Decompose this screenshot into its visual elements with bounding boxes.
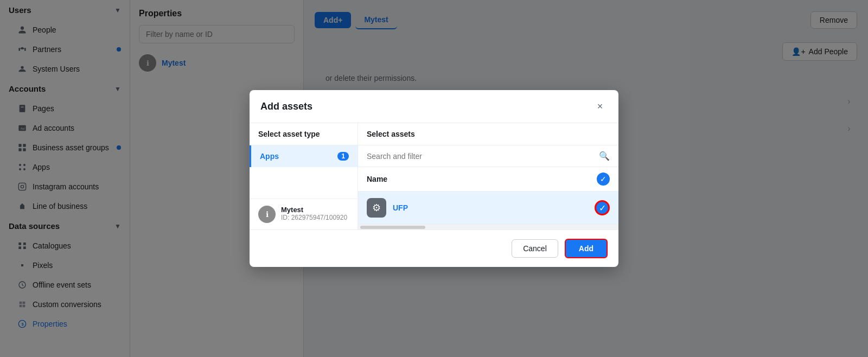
asset-type-panel: Select asset type Apps 1 ℹ Mytest ID: 26… — [250, 123, 358, 229]
modal: Add assets × Select asset type Apps 1 ℹ … — [250, 90, 618, 267]
asset-name-ufp: UFP — [393, 203, 408, 212]
select-assets-panel: Select assets 🔍 Name ✓ ⚙ UFP ✓ — [358, 123, 618, 229]
mytest-card-id: ID: 262975947/100920 — [281, 214, 347, 221]
modal-overlay[interactable]: Add assets × Select asset type Apps 1 ℹ … — [0, 0, 868, 357]
modal-close-button[interactable]: × — [592, 99, 608, 114]
horizontal-scrollbar[interactable] — [358, 224, 618, 229]
mytest-card-icon: ℹ — [258, 206, 276, 223]
asset-type-bottom: ℹ Mytest ID: 262975947/100920 — [250, 199, 358, 229]
scrollbar-thumb — [360, 226, 425, 229]
asset-type-apps-label: Apps — [260, 152, 279, 161]
assets-name-label: Name — [367, 175, 387, 183]
asset-type-apps-badge: 1 — [337, 152, 349, 161]
asset-row-left: ⚙ UFP — [367, 198, 408, 218]
search-filter-input[interactable] — [367, 152, 595, 161]
assets-name-row: Name ✓ — [358, 167, 618, 192]
mytest-card-name: Mytest — [281, 206, 347, 214]
check-all-icon[interactable]: ✓ — [597, 173, 610, 186]
cancel-button[interactable]: Cancel — [512, 239, 558, 258]
search-icon: 🔍 — [599, 151, 610, 161]
search-filter-row: 🔍 — [358, 145, 618, 167]
modal-header: Add assets × — [250, 90, 618, 123]
gear-icon: ⚙ — [367, 198, 386, 218]
mytest-card: ℹ Mytest ID: 262975947/100920 — [258, 206, 349, 223]
modal-body: Select asset type Apps 1 ℹ Mytest ID: 26… — [250, 123, 618, 229]
asset-type-apps[interactable]: Apps 1 — [250, 145, 358, 167]
modal-title: Add assets — [260, 101, 312, 112]
modal-footer: Cancel Add — [250, 229, 618, 267]
asset-row-ufp[interactable]: ⚙ UFP ✓ — [358, 192, 618, 224]
add-button-modal[interactable]: Add — [565, 239, 608, 258]
select-assets-header: Select assets — [358, 123, 618, 145]
asset-type-header: Select asset type — [250, 123, 358, 145]
mytest-info: Mytest ID: 262975947/100920 — [281, 206, 347, 221]
asset-check-icon-ufp[interactable]: ✓ — [595, 200, 610, 215]
